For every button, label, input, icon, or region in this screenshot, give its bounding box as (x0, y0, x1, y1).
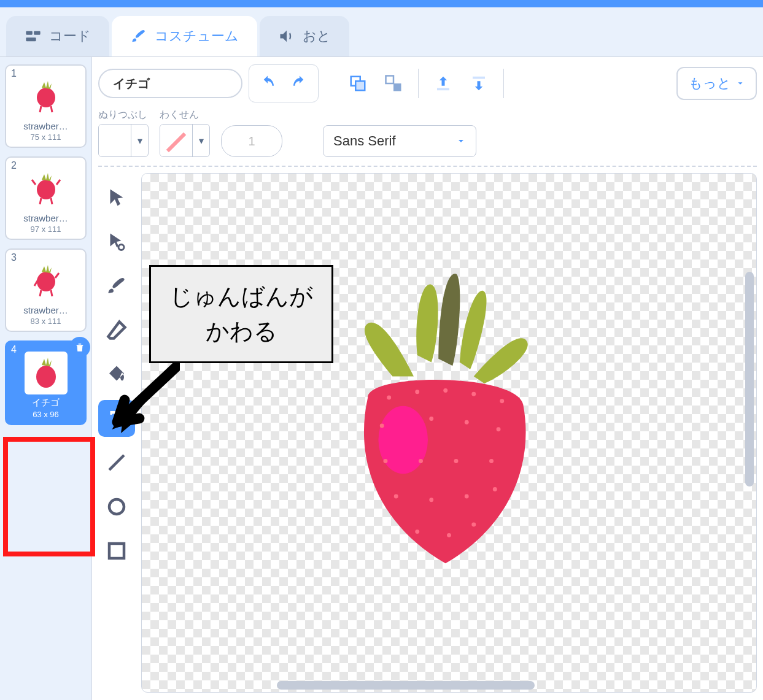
svg-line-8 (56, 180, 60, 185)
caret-down-icon: ▾ (131, 125, 148, 156)
circle-tool[interactable] (98, 488, 135, 525)
costume-size-label: 83 x 111 (9, 317, 83, 326)
line-tool[interactable] (98, 444, 135, 481)
costume-name-label: strawber… (9, 121, 83, 131)
svg-rect-5 (26, 37, 36, 41)
costume-number: 3 (11, 252, 17, 263)
callout-text-line2: かわる (169, 314, 313, 349)
svg-point-31 (383, 459, 387, 463)
ungroup-icon (384, 74, 403, 93)
horizontal-scrollbar[interactable] (277, 681, 535, 690)
fill-color-picker[interactable]: ▾ (98, 124, 149, 157)
svg-point-32 (419, 459, 423, 463)
svg-point-29 (465, 420, 469, 425)
outline-width-input[interactable] (221, 125, 282, 157)
svg-point-34 (489, 459, 494, 463)
cursor-icon (106, 187, 128, 209)
svg-rect-15 (437, 88, 449, 91)
tab-sounds[interactable]: おと (260, 16, 349, 56)
more-menu-button[interactable]: もっと (676, 67, 757, 100)
costume-thumbnail (25, 260, 68, 302)
speaker-icon (278, 28, 295, 45)
caret-down-icon (456, 136, 466, 146)
rect-tool[interactable] (98, 533, 135, 569)
svg-point-27 (380, 424, 384, 428)
costume-name-input[interactable] (98, 69, 242, 98)
caret-down-icon (736, 79, 745, 88)
svg-rect-12 (355, 81, 365, 90)
svg-point-28 (429, 417, 433, 421)
tab-costumes-label: コスチューム (155, 27, 239, 45)
svg-line-10 (55, 273, 59, 278)
svg-point-23 (415, 390, 419, 394)
font-selector[interactable]: Sans Serif (323, 125, 476, 157)
square-icon (106, 540, 128, 562)
svg-point-21 (378, 406, 428, 474)
costume-name-label: strawber… (9, 213, 83, 223)
outline-swatch (160, 125, 192, 156)
redo-button[interactable] (285, 69, 314, 98)
svg-point-40 (447, 533, 451, 537)
tab-costumes[interactable]: コスチューム (112, 16, 257, 56)
paint-canvas[interactable] (141, 173, 757, 693)
svg-point-26 (500, 399, 504, 403)
paintbrush-icon (130, 28, 147, 45)
costume-editor: もっと ぬりつぶし ▾ わくせん ▾ San (92, 57, 763, 700)
svg-point-33 (454, 459, 459, 463)
separator (503, 69, 504, 98)
send-backward-button[interactable] (464, 69, 494, 98)
costume-item-1[interactable]: 1 strawber… 75 x 111 (5, 64, 87, 148)
delete-costume-button[interactable] (69, 337, 90, 358)
vertical-scrollbar[interactable] (745, 272, 754, 487)
svg-point-22 (387, 396, 391, 400)
svg-point-30 (497, 427, 501, 431)
costume-number: 4 (11, 344, 17, 355)
svg-line-7 (32, 180, 36, 185)
more-label: もっと (689, 74, 731, 93)
costume-number: 1 (11, 68, 17, 79)
node-cursor-icon (106, 231, 128, 253)
bring-forward-button[interactable] (428, 69, 458, 98)
eraser-icon (106, 319, 128, 341)
group-icon (349, 74, 367, 93)
costume-number: 2 (11, 160, 17, 171)
undo-button[interactable] (253, 69, 282, 98)
costume-list-sidebar: 1 strawber… 75 x 111 2 strawber… 97 x 11… (0, 57, 92, 700)
svg-point-19 (109, 499, 124, 514)
fill-label: ぬりつぶし (98, 109, 149, 121)
tab-code-label: コード (49, 27, 91, 45)
costume-size-label: 63 x 96 (9, 410, 83, 419)
trash-icon (74, 342, 85, 353)
annotation-callout: じゅんばんが かわる (149, 265, 333, 363)
outline-label: わくせん (160, 109, 210, 121)
brush-tool[interactable] (98, 267, 135, 304)
svg-point-35 (394, 494, 398, 499)
svg-point-24 (443, 388, 447, 393)
svg-point-41 (471, 523, 476, 527)
select-tool[interactable] (98, 179, 135, 216)
paintbrush-icon (106, 275, 128, 297)
svg-point-38 (493, 487, 497, 491)
tab-code[interactable]: コード (6, 16, 109, 56)
send-backward-icon (470, 74, 488, 93)
costume-item-4[interactable]: 4 イチゴ 63 x 96 (5, 340, 87, 425)
callout-box: じゅんばんが かわる (149, 265, 333, 363)
svg-rect-16 (473, 77, 485, 79)
svg-rect-13 (386, 76, 394, 84)
redo-icon (290, 74, 309, 93)
ungroup-button[interactable] (379, 69, 408, 98)
fill-swatch (99, 125, 131, 156)
outline-color-picker[interactable]: ▾ (160, 124, 210, 157)
group-button[interactable] (343, 69, 373, 98)
reshape-tool[interactable] (98, 223, 135, 260)
costume-item-2[interactable]: 2 strawber… 97 x 111 (5, 156, 87, 240)
caret-down-icon: ▾ (192, 125, 209, 156)
callout-text-line1: じゅんばんが (169, 279, 313, 314)
eraser-tool[interactable] (98, 312, 135, 348)
editor-tabs: コード コスチューム おと (0, 7, 763, 56)
costume-item-3[interactable]: 3 strawber… 83 x 111 (5, 248, 87, 332)
costume-name-label: イチゴ (9, 397, 83, 409)
bring-forward-icon (434, 74, 452, 93)
svg-point-17 (118, 245, 124, 250)
line-icon (106, 452, 128, 474)
